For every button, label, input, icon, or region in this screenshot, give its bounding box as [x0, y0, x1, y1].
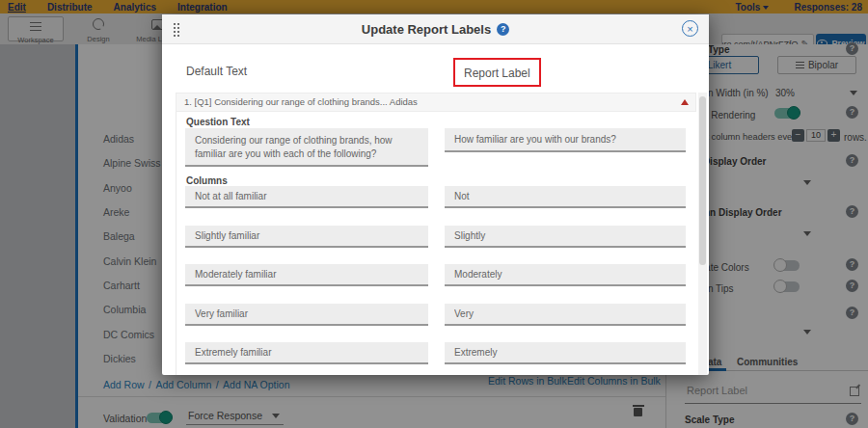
column-report-input[interactable]: [445, 342, 686, 364]
collapse-icon[interactable]: [681, 99, 689, 105]
column-default-input[interactable]: [185, 342, 428, 364]
question-text-label: Question Text: [186, 117, 250, 127]
accordion-left-border: [176, 112, 176, 375]
column-default-input[interactable]: [185, 226, 428, 248]
drag-handle-icon[interactable]: [173, 22, 180, 37]
close-icon[interactable]: ×: [682, 20, 698, 37]
modal-scrollbar-thumb[interactable]: [699, 96, 706, 265]
modal-title: Update Report Labels: [362, 22, 491, 37]
question-accordion-header[interactable]: 1. [Q1] Considering our range of clothin…: [176, 93, 696, 112]
column-default-input[interactable]: [185, 304, 428, 326]
column-default-input[interactable]: [185, 264, 428, 286]
column-report-input[interactable]: [445, 264, 686, 286]
help-icon[interactable]: ?: [497, 23, 509, 36]
column-report-input[interactable]: [445, 304, 686, 326]
question-default-textarea[interactable]: Considering our range of clothing brands…: [185, 128, 428, 167]
default-text-column-header: Default Text: [186, 65, 247, 78]
question-report-input[interactable]: [445, 128, 686, 152]
report-label-column-header-highlight: Report Label: [453, 58, 541, 87]
column-report-input[interactable]: [445, 186, 686, 208]
report-label-column-header: Report Label: [464, 67, 530, 80]
update-report-labels-modal: Update Report Labels ? × Default Text Re…: [162, 14, 709, 375]
app-root: Edit Distribute Analytics Integration To…: [0, 0, 868, 428]
modal-header: Update Report Labels ? ×: [162, 14, 709, 44]
question-accordion-title: 1. [Q1] Considering our range of clothin…: [176, 94, 666, 111]
columns-label: Columns: [186, 175, 228, 186]
column-default-input[interactable]: [185, 186, 428, 208]
column-report-input[interactable]: [445, 226, 686, 248]
